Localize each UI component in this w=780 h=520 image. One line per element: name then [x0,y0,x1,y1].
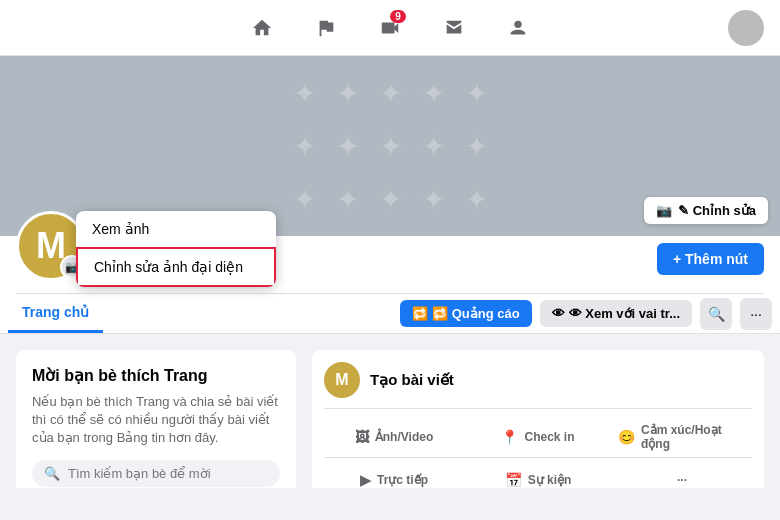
quang-cao-btn[interactable]: 🔁 🔁 Quảng cáo [400,300,532,327]
photo-icon: 🖼 [355,429,369,445]
profile-avatar-wrap: M 📷 Xem ảnh Chỉnh sửa ảnh đại diện 2 1 [16,211,86,281]
video-nav-icon[interactable]: 9 [370,8,410,48]
emoji-icon: 😊 [618,429,635,445]
post-more-btn[interactable]: ··· [612,466,752,488]
cover-pattern: ✦✦✦✦✦ ✦✦✦✦✦ ✦✦✦✦✦ [273,57,508,236]
post-live-btn[interactable]: ▶ Trực tiếp [324,466,464,488]
create-post-top: M Tạo bài viết [324,362,752,398]
profile-row: M 📷 Xem ảnh Chỉnh sửa ảnh đại diện 2 1 M… [16,236,764,294]
left-panel: Mời bạn bè thích Trang Nếu bạn bè thích … [16,350,296,472]
top-nav-right [728,10,764,46]
search-icon: 🔍 [44,466,60,481]
cover-edit-button[interactable]: 📷 ✎ Chỉnh sửa [644,197,768,224]
post-emotion-btn[interactable]: 😊 Cảm xúc/Hoạt động [612,417,752,457]
post-actions-row: 🖼 Ảnh/Video 📍 Check in 😊 Cảm xúc/Hoạt độ… [324,408,752,457]
home-nav-icon[interactable] [242,8,282,48]
post-photo-video-btn[interactable]: 🖼 Ảnh/Video [324,417,464,457]
add-button[interactable]: + Thêm nút [657,243,764,275]
xem-voi-btn[interactable]: 👁 👁 Xem với vai tr... [540,300,692,327]
main-content: Mời bạn bè thích Trang Nếu bạn bè thích … [0,334,780,488]
create-post-avatar: M [324,362,360,398]
nav-icons: 9 [242,8,538,48]
search-tab-btn[interactable]: 🔍 [700,298,732,330]
user-avatar[interactable] [728,10,764,46]
friend-invite-title: Mời bạn bè thích Trang [32,366,280,385]
quang-cao-icon: 🔁 [412,306,428,321]
profile-nav-icon[interactable] [498,8,538,48]
create-post-card: M Tạo bài viết 🖼 Ảnh/Video 📍 Check in 😊 … [312,350,764,488]
post-actions-row2: ▶ Trực tiếp 📅 Sự kiện ··· [324,457,752,488]
friend-invite-card: Mời bạn bè thích Trang Nếu bạn bè thích … [16,350,296,488]
post-event-btn[interactable]: 📅 Sự kiện [468,466,608,488]
video-badge: 9 [390,10,406,23]
context-view-photo[interactable]: Xem ảnh [76,211,276,247]
context-menu: Xem ảnh Chỉnh sửa ảnh đại diện 2 [76,211,276,287]
flag-nav-icon[interactable] [306,8,346,48]
right-panel: M Tạo bài viết 🖼 Ảnh/Video 📍 Check in 😊 … [312,350,764,472]
friend-search-box[interactable]: 🔍 [32,460,280,487]
calendar-icon: 📅 [505,472,522,488]
context-edit-avatar[interactable]: Chỉnh sửa ảnh đại diện 2 [76,247,276,287]
create-post-title: Tạo bài viết [370,371,454,389]
camera-icon: 📷 [656,203,672,218]
more-tab-btn[interactable]: ··· [740,298,772,330]
friend-invite-desc: Nếu bạn bè thích Trang và chia sẻ bài vi… [32,393,280,448]
friend-search-input[interactable] [68,466,236,481]
cover-photo: ✦✦✦✦✦ ✦✦✦✦✦ ✦✦✦✦✦ 📷 ✎ Chỉnh sửa [0,56,780,236]
svg-point-0 [514,20,521,27]
tab-actions: 🔁 🔁 Quảng cáo 👁 👁 Xem với vai tr... 🔍 ··… [400,294,772,333]
eye-icon: 👁 [552,306,565,321]
profile-section: M 📷 Xem ảnh Chỉnh sửa ảnh đại diện 2 1 M… [0,236,780,294]
store-nav-icon[interactable] [434,8,474,48]
post-checkin-btn[interactable]: 📍 Check in [468,417,608,457]
profile-tabs: Trang chủ 🔁 🔁 Quảng cáo 👁 👁 Xem với vai … [0,294,780,334]
live-icon: ▶ [360,472,371,488]
top-nav: 9 [0,0,780,56]
location-icon: 📍 [501,429,518,445]
tab-trang-chu[interactable]: Trang chủ [8,294,103,333]
